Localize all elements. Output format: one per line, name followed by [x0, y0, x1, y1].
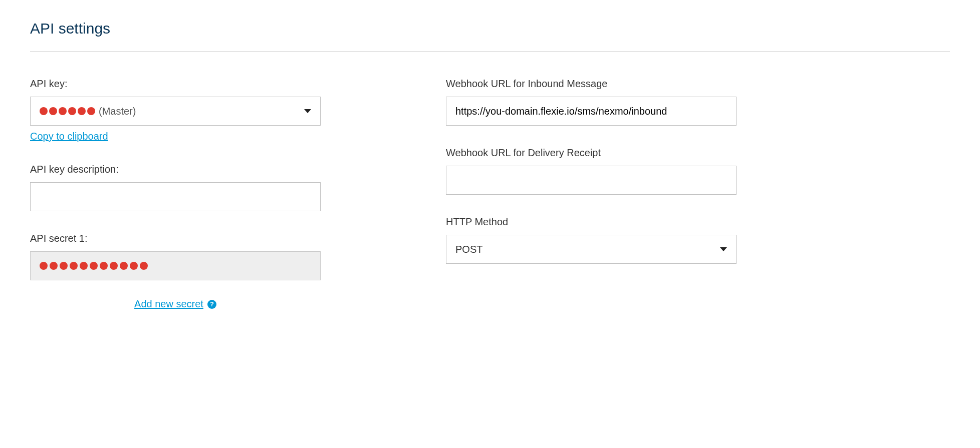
- api-secret-value: [30, 251, 321, 280]
- webhook-inbound-input[interactable]: [446, 97, 737, 126]
- copy-to-clipboard-link[interactable]: Copy to clipboard: [30, 131, 108, 142]
- http-method-group: HTTP Method POST: [446, 215, 737, 264]
- http-method-select[interactable]: POST: [446, 235, 737, 264]
- api-key-description-input[interactable]: [30, 182, 321, 211]
- help-icon[interactable]: ?: [207, 300, 216, 309]
- divider: [30, 51, 950, 52]
- webhook-delivery-label: Webhook URL for Delivery Receipt: [446, 146, 737, 160]
- right-column: Webhook URL for Inbound Message Webhook …: [446, 77, 737, 310]
- add-new-secret-label: Add new secret: [134, 298, 203, 310]
- left-column: API key: (Master) Copy to clipboard API …: [30, 77, 321, 310]
- webhook-inbound-label: Webhook URL for Inbound Message: [446, 77, 737, 91]
- api-key-description-label: API key description:: [30, 162, 321, 176]
- http-method-value: POST: [455, 244, 482, 255]
- chevron-down-icon: [304, 109, 311, 113]
- page-title: API settings: [30, 20, 950, 37]
- webhook-delivery-input[interactable]: [446, 166, 737, 195]
- webhook-inbound-group: Webhook URL for Inbound Message: [446, 77, 737, 126]
- api-secret-group: API secret 1: Add new secret ?: [30, 231, 321, 310]
- webhook-delivery-group: Webhook URL for Delivery Receipt: [446, 146, 737, 195]
- redacted-api-key: [40, 107, 96, 115]
- api-key-suffix: (Master): [99, 106, 136, 117]
- chevron-down-icon: [720, 247, 727, 251]
- api-key-select[interactable]: (Master): [30, 97, 321, 126]
- api-secret-label: API secret 1:: [30, 231, 321, 245]
- api-key-label: API key:: [30, 77, 321, 91]
- settings-columns: API key: (Master) Copy to clipboard API …: [30, 77, 950, 310]
- api-key-description-group: API key description:: [30, 162, 321, 211]
- http-method-label: HTTP Method: [446, 215, 737, 229]
- add-new-secret-link[interactable]: Add new secret ?: [134, 298, 216, 310]
- api-key-group: API key: (Master) Copy to clipboard: [30, 77, 321, 142]
- add-secret-row: Add new secret ?: [30, 298, 321, 310]
